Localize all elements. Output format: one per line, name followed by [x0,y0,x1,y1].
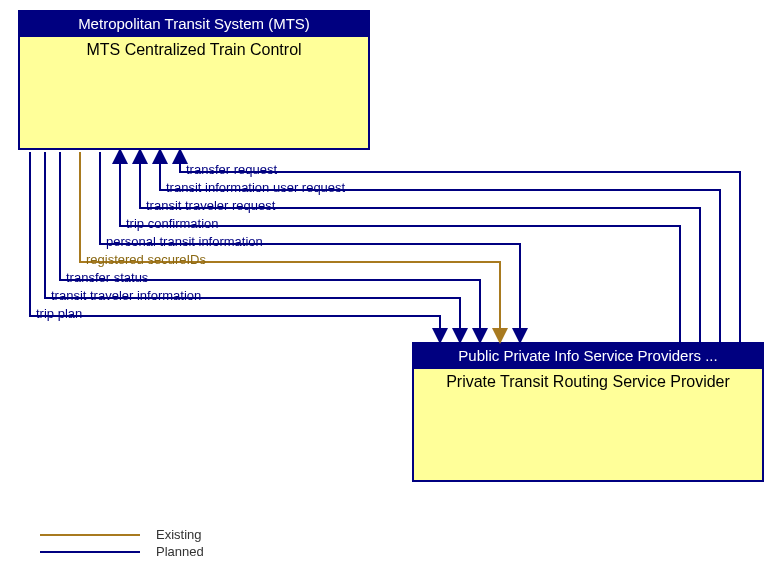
entity-mts-train-control[interactable]: Metropolitan Transit System (MTS) MTS Ce… [18,10,370,150]
flow-label-trip-plan: trip plan [36,306,82,321]
flow-label-transit-info-user-request: transit information user request [166,180,345,195]
flow-label-transfer-status: transfer status [66,270,148,285]
legend: Existing Planned [40,527,204,561]
flow-label-transfer-request: transfer request [186,162,277,177]
diagram-container: Metropolitan Transit System (MTS) MTS Ce… [0,0,783,579]
flow-label-transit-traveler-request: transit traveler request [146,198,275,213]
entity-private-routing-provider[interactable]: Public Private Info Service Providers ..… [412,342,764,482]
entity-header-mts: Metropolitan Transit System (MTS) [20,12,368,37]
legend-planned: Planned [40,544,204,559]
entity-body-provider: Private Transit Routing Service Provider [414,369,762,480]
legend-label-planned: Planned [156,544,204,559]
legend-label-existing: Existing [156,527,202,542]
entity-header-provider: Public Private Info Service Providers ..… [414,344,762,369]
legend-line-planned [40,551,140,553]
entity-body-mts: MTS Centralized Train Control [20,37,368,148]
flow-label-personal-transit-info: personal transit information [106,234,263,249]
legend-line-existing [40,534,140,536]
flow-label-transit-traveler-info: transit traveler information [51,288,201,303]
flow-label-registered-secureids: registered secureIDs [86,252,206,267]
legend-existing: Existing [40,527,204,542]
flow-label-trip-confirmation: trip confirmation [126,216,218,231]
